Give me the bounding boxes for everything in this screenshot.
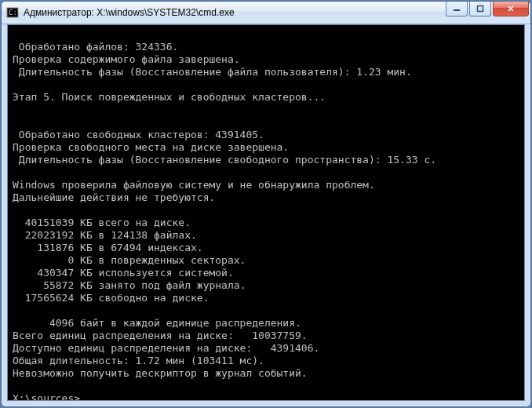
terminal-line: 0 КБ в поврежденных секторах. — [8, 254, 524, 267]
minimize-button[interactable] — [446, 2, 468, 16]
terminal-line: Доступно единиц распределения на диске: … — [8, 342, 524, 355]
terminal-line: Проверка свободного места на диске завер… — [8, 141, 524, 154]
terminal-prompt-line[interactable]: X:\sources> — [8, 392, 524, 401]
terminal-line: 131876 КБ в 67494 индексах. — [8, 242, 524, 254]
terminal-line: 430347 КБ используется системой. — [8, 267, 524, 279]
terminal-line: 55872 КБ занято под файл журнала. — [8, 279, 524, 292]
terminal-line — [8, 380, 524, 392]
terminal-line: Невозможно получить дескриптор в журнал … — [8, 367, 524, 380]
terminal-line — [8, 116, 524, 129]
window-controls — [446, 2, 529, 16]
terminal-line: Длительность фазы (Восстановление свобод… — [8, 154, 524, 166]
terminal-prompt: X:\sources> — [13, 392, 80, 401]
svg-rect-2 — [454, 9, 460, 11]
terminal-line: Дальнейшие действия не требуются. — [8, 191, 524, 204]
close-button[interactable] — [493, 2, 529, 16]
terminal-line — [8, 78, 524, 91]
window-title: Администратор: X:\windows\SYSTEM32\cmd.e… — [24, 7, 235, 18]
maximize-button[interactable] — [469, 2, 491, 16]
terminal-line: 40151039 КБ всего на диске. — [8, 217, 524, 229]
terminal-line: Длительность фазы (Восстановление файла … — [8, 66, 524, 78]
terminal-line: Общая длительность: 1.72 мин (103411 мс)… — [8, 355, 524, 367]
terminal-line: Всего единиц распределения на диске: 100… — [8, 330, 524, 342]
terminal-line: 22023192 КБ в 124138 файлах. — [8, 229, 524, 242]
svg-text:C:\: C:\ — [9, 9, 19, 16]
terminal-line — [8, 204, 524, 217]
terminal-line: 17565624 КБ свободно на диске. — [8, 292, 524, 304]
terminal-line — [8, 28, 524, 41]
terminal-line — [8, 166, 524, 179]
terminal-line — [8, 104, 524, 116]
terminal-line: Обработано файлов: 324336. — [8, 41, 524, 53]
terminal-line: Обработано свободных кластеров: 4391405. — [8, 129, 524, 141]
terminal-line: Этап 5. Поиск поврежденных и свободных к… — [8, 91, 524, 104]
svg-rect-3 — [478, 6, 483, 12]
terminal-area[interactable]: Обработано файлов: 324336.Проверка содер… — [7, 24, 525, 401]
terminal-line — [8, 304, 524, 317]
terminal-output: Обработано файлов: 324336.Проверка содер… — [8, 25, 524, 401]
terminal-line: Windows проверила файловую систему и не … — [8, 179, 524, 191]
cmd-icon: C:\ — [6, 6, 19, 19]
titlebar[interactable]: C:\ Администратор: X:\windows\SYSTEM32\c… — [2, 2, 530, 24]
terminal-cursor — [81, 400, 87, 401]
cmd-window: C:\ Администратор: X:\windows\SYSTEM32\c… — [1, 1, 531, 407]
terminal-line: 4096 байт в каждой единице распределения… — [8, 317, 524, 330]
terminal-line: Проверка содержимого файла завершена. — [8, 53, 524, 66]
